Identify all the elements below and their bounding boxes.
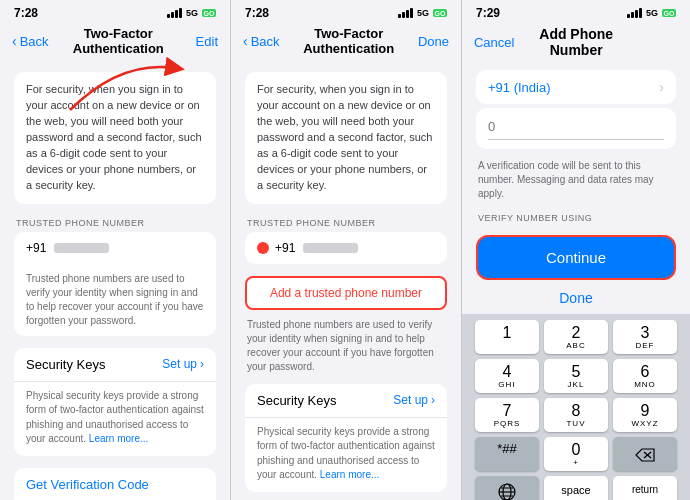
key-8[interactable]: 8 TUV: [544, 398, 608, 432]
phone-number-row-1: +91: [14, 232, 216, 264]
security-keys-header-2: Security Keys Set up ›: [245, 384, 447, 418]
input-underline-3: [488, 139, 664, 140]
get-verification-link-1[interactable]: Get Verification Code: [26, 477, 149, 492]
panel-2: 7:28 5G GO ‹ Back Two-Factor Authenticat…: [231, 0, 461, 500]
network-type-1: 5G: [186, 8, 198, 18]
status-bar-2: 7:28 5G GO: [231, 0, 461, 22]
cancel-button-3[interactable]: Cancel: [474, 35, 514, 50]
battery-icon-3: GO: [662, 9, 676, 17]
key-row-1: 1 2 ABC 3 DEF: [466, 320, 686, 354]
verification-card-1: Get Verification Code Get a verification…: [14, 468, 216, 500]
learn-more-link-1[interactable]: Learn more...: [89, 433, 148, 444]
key-row-3: 7 PQRS 8 TUV 9 WXYZ: [466, 398, 686, 432]
key-0[interactable]: 0 +: [544, 437, 608, 471]
security-keys-card-1: Security Keys Set up › Physical security…: [14, 348, 216, 456]
status-icons-2: 5G GO: [398, 8, 447, 18]
status-icons-3: 5G GO: [627, 8, 676, 18]
globe-icon: [497, 482, 517, 500]
delete-icon: [635, 448, 655, 462]
key-1[interactable]: 1: [475, 320, 539, 354]
security-keys-title-1: Security Keys: [26, 357, 105, 372]
security-keys-title-2: Security Keys: [257, 393, 336, 408]
section-label-2: TRUSTED PHONE NUMBER: [245, 218, 447, 228]
keyboard-3: 1 2 ABC 3 DEF 4 GHI 5 JKL 6 MN: [462, 314, 690, 500]
nav-bar-3: Cancel Add Phone Number: [462, 22, 690, 64]
key-space[interactable]: space: [544, 476, 608, 500]
phone-redacted-1: [54, 243, 109, 253]
info-text-2: For security, when you sign in to your a…: [245, 72, 447, 204]
key-5[interactable]: 5 JKL: [544, 359, 608, 393]
security-keys-card-2: Security Keys Set up › Physical security…: [245, 384, 447, 492]
security-keys-desc-1: Physical security keys provide a strong …: [14, 382, 216, 456]
security-keys-header-1: Security Keys Set up ›: [14, 348, 216, 382]
key-delete[interactable]: [613, 437, 677, 471]
key-6[interactable]: 6 MNO: [613, 359, 677, 393]
done-button-2[interactable]: Done: [418, 34, 449, 49]
back-button-1[interactable]: ‹ Back: [12, 33, 49, 49]
red-indicator-2: [257, 242, 269, 254]
chevron-right-icon-1: ›: [200, 357, 204, 371]
chevron-back-icon-1: ‹: [12, 33, 17, 49]
country-selector-3[interactable]: +91 (India) ›: [476, 70, 676, 104]
key-return[interactable]: return: [613, 476, 677, 500]
nav-bar-1: ‹ Back Two-Factor Authentication Edit: [0, 22, 230, 62]
battery-icon-1: GO: [202, 9, 216, 17]
key-3[interactable]: 3 DEF: [613, 320, 677, 354]
network-type-2: 5G: [417, 8, 429, 18]
verify-label-3: VERIFY NUMBER USING: [462, 213, 690, 227]
status-bar-1: 7:28 5G GO: [0, 0, 230, 22]
nav-title-2: Two-Factor Authentication: [280, 26, 418, 56]
status-time-1: 7:28: [14, 6, 38, 20]
section-label-1: TRUSTED PHONE NUMBER: [14, 218, 216, 228]
done-link-3[interactable]: Done: [462, 286, 690, 310]
nav-title-3: Add Phone Number: [514, 26, 638, 58]
status-icons-1: 5G GO: [167, 8, 216, 18]
back-button-2[interactable]: ‹ Back: [243, 33, 280, 49]
security-keys-desc-2: Physical security keys provide a strong …: [245, 418, 447, 492]
panel-1: 7:28 5G GO ‹ Back Two-Factor Authenticat…: [0, 0, 230, 500]
phone-redacted-2: [303, 243, 358, 253]
screen-content-2: For security, when you sign in to your a…: [231, 62, 461, 500]
signal-icon-1: [167, 8, 182, 18]
add-trusted-button-2[interactable]: Add a trusted phone number: [245, 276, 447, 310]
trusted-phone-card-1: +91 Trusted phone numbers are used to ve…: [14, 232, 216, 336]
verification-header-1: Get Verification Code: [14, 468, 216, 500]
phone-prefix-2: +91: [275, 241, 295, 255]
edit-button-1[interactable]: Edit: [188, 34, 218, 49]
key-9[interactable]: 9 WXYZ: [613, 398, 677, 432]
phone-note-1: Trusted phone numbers are used to verify…: [14, 264, 216, 336]
battery-icon-2: GO: [433, 9, 447, 17]
key-4[interactable]: 4 GHI: [475, 359, 539, 393]
phone-note-2: Trusted phone numbers are used to verify…: [245, 318, 447, 374]
signal-icon-3: [627, 8, 642, 18]
signal-icon-2: [398, 8, 413, 18]
status-time-2: 7:28: [245, 6, 269, 20]
phone-prefix-1: +91: [26, 241, 46, 255]
hint-text-3: A verification code will be sent to this…: [462, 155, 690, 205]
key-globe[interactable]: [475, 476, 539, 500]
key-row-5: space return: [466, 476, 686, 500]
status-time-3: 7:29: [476, 6, 500, 20]
phone-number-row-2: +91: [245, 232, 447, 264]
trusted-phone-card-2: +91: [245, 232, 447, 264]
phone-input-card-3[interactable]: [476, 108, 676, 149]
learn-more-link-2[interactable]: Learn more...: [320, 469, 379, 480]
chevron-right-icon-3: ›: [659, 79, 664, 95]
key-star[interactable]: *##: [475, 437, 539, 471]
key-row-4: *## 0 +: [466, 437, 686, 471]
key-7[interactable]: 7 PQRS: [475, 398, 539, 432]
key-2[interactable]: 2 ABC: [544, 320, 608, 354]
continue-button-3[interactable]: Continue: [476, 235, 676, 280]
phone-input-3[interactable]: [488, 119, 664, 134]
chevron-back-icon-2: ‹: [243, 33, 248, 49]
screen-content-1: For security, when you sign in to your a…: [0, 62, 230, 500]
nav-bar-2: ‹ Back Two-Factor Authentication Done: [231, 22, 461, 62]
status-bar-3: 7:29 5G GO: [462, 0, 690, 22]
setup-button-2[interactable]: Set up ›: [393, 393, 435, 407]
chevron-right-icon-2: ›: [431, 393, 435, 407]
key-row-2: 4 GHI 5 JKL 6 MNO: [466, 359, 686, 393]
setup-button-1[interactable]: Set up ›: [162, 357, 204, 371]
country-label-3: +91 (India): [488, 80, 551, 95]
panel-3: 7:29 5G GO Cancel Add Phone Number +91 (…: [462, 0, 690, 500]
nav-title-1: Two-Factor Authentication: [49, 26, 188, 56]
